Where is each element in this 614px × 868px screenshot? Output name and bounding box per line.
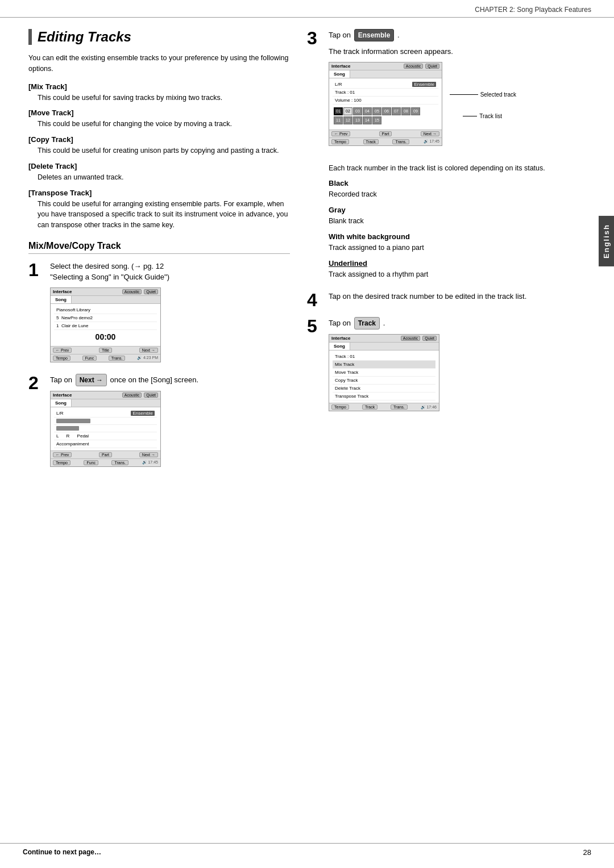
annotation-line-2	[463, 116, 477, 116]
track-btn-4[interactable]: Track	[362, 404, 377, 410]
accompaniment-label: Accompaniment	[56, 441, 89, 446]
part-btn-2[interactable]: Part	[99, 452, 112, 457]
device-bottom-1: Tempo Func Trans. 🔊 4:23 PM	[51, 354, 160, 362]
next-btn-2[interactable]: Next →	[139, 452, 158, 457]
subsection-mix-track-body: This could be useful for saving tracks b…	[38, 93, 290, 103]
track-btn-inline: Track	[354, 317, 380, 329]
prev-btn-3[interactable]: ← Prev	[331, 131, 350, 136]
track-cell-08[interactable]: 08	[401, 107, 410, 115]
trans-btn-2[interactable]: Trans.	[111, 460, 128, 465]
step-3-note: The track information screen appears.	[329, 46, 569, 57]
step-2-number: 2	[28, 374, 44, 392]
acoustics-btn-2[interactable]: Acoustic	[122, 393, 142, 398]
tempo-btn-4[interactable]: Tempo	[331, 404, 349, 410]
step-4: 4 Tap on the desired track number to be …	[307, 291, 569, 309]
list-item-library[interactable]: Pianosoft Library	[54, 306, 157, 314]
part-l-bar	[56, 419, 90, 423]
track-cell-12[interactable]: 12	[343, 116, 352, 124]
color-black-title: Black	[329, 179, 569, 187]
prev-btn-1[interactable]: ← Prev	[53, 348, 72, 353]
quiet-btn[interactable]: Quiet	[144, 289, 158, 294]
subsection-copy-track-body: This could be useful for creating unison…	[38, 145, 290, 156]
acoustics-btn-4[interactable]: Acoustic	[401, 336, 420, 341]
track-cell-15[interactable]: 15	[372, 116, 381, 124]
device-screen-3: Interface Acoustic Quiet Song L/R	[329, 62, 442, 146]
device-bottom-4: Tempo Track Trans. 🔊 17:46	[329, 403, 439, 411]
next-btn-1[interactable]: Next →	[139, 348, 158, 353]
song-tab[interactable]: Song	[51, 296, 72, 303]
track-cell-11[interactable]: 11	[334, 116, 343, 124]
step-2-text: Tap on Next → once on the [Song] screen.	[50, 374, 290, 386]
selected-track-label: Selected track	[480, 91, 516, 98]
track-cell-05[interactable]: 05	[372, 107, 381, 115]
acoustics-btn-3[interactable]: Acoustic	[404, 64, 423, 69]
title-btn-1[interactable]: Title	[99, 348, 112, 353]
track-grid-row2: 11 12 13 14 15	[334, 116, 437, 124]
step-5-content: Tap on Track . Interface Acoustic Quiet …	[329, 317, 569, 411]
part-btn-3[interactable]: Part	[379, 131, 392, 136]
device-body-2: L/R Ensemble L R Pedal	[51, 407, 160, 450]
track-number-label: Track : 01	[335, 90, 355, 95]
quiet-btn-3[interactable]: Quiet	[425, 64, 439, 69]
track-cell-04[interactable]: 04	[363, 107, 372, 115]
song-tab-4[interactable]: Song	[329, 343, 350, 350]
subsection-delete-track-title: Delete Track	[28, 162, 290, 170]
acoustics-btn[interactable]: Acoustic	[122, 289, 142, 294]
ensemble-highlight-3: Ensemble	[412, 82, 436, 87]
tempo-btn-2[interactable]: Tempo	[53, 460, 70, 465]
tempo-btn-3[interactable]: Tempo	[331, 139, 349, 144]
step-5: 5 Tap on Track . Interface Acoustic Quie…	[307, 317, 569, 411]
song-tab-2[interactable]: Song	[51, 399, 72, 407]
step-4-text: Tap on the desired track number to be ed…	[329, 291, 569, 302]
list-item-clair[interactable]: 1 Clair de Lune	[54, 322, 157, 330]
list-item-newpro[interactable]: 5 NewPro demo2	[54, 314, 157, 322]
subsection-delete-track-body: Deletes an unwanted track.	[38, 172, 290, 183]
device-bottom-2: Tempo Func Trans. 🔊 17:45	[51, 458, 160, 466]
song-tab-3[interactable]: Song	[329, 70, 350, 78]
device-tabs-3: Song	[329, 70, 442, 78]
track-cell-07[interactable]: 07	[392, 107, 401, 115]
time-display-1: 00:00	[54, 330, 157, 344]
trans-btn-3[interactable]: Trans.	[392, 139, 409, 144]
device-body-1: Pianosoft Library 5 NewPro demo2 1 Clair…	[51, 304, 160, 346]
delete-track-item[interactable]: Delete Track	[333, 385, 435, 393]
step-2-content: Tap on Next → once on the [Song] screen.…	[50, 374, 290, 470]
track-cell-09[interactable]: 09	[411, 107, 420, 115]
time-icons-1: 🔊 4:23 PM	[137, 356, 158, 360]
trans-btn-4[interactable]: Trans.	[391, 404, 408, 410]
tempo-btn-1[interactable]: Tempo	[53, 356, 70, 361]
track-cell-01[interactable]: 01	[334, 107, 343, 115]
color-gray-title: Gray	[329, 206, 569, 214]
func-btn-2[interactable]: Func	[84, 460, 98, 465]
track-cell-06[interactable]: 06	[382, 107, 391, 115]
track-info-row: Track : 01	[333, 89, 438, 97]
time-icons-4: 🔊 17:46	[421, 405, 437, 410]
mix-track-item[interactable]: Mix Track	[333, 361, 435, 369]
track-btn-3[interactable]: Track	[363, 139, 379, 144]
track-cell-02[interactable]: 02	[343, 107, 352, 115]
next-btn-3[interactable]: Next →	[421, 131, 439, 136]
prev-btn-2[interactable]: ← Prev	[53, 452, 72, 457]
track-cell-13[interactable]: 13	[353, 116, 362, 124]
track-list-annotation: Track list	[463, 113, 502, 119]
device-footer-1: ← Prev Title Next →	[51, 346, 160, 354]
part-row-pedal: L R Pedal	[54, 432, 157, 440]
ensemble-highlight: Ensemble	[131, 411, 155, 416]
device-title-1: Interface	[53, 289, 72, 294]
quiet-btn-2[interactable]: Quiet	[144, 393, 158, 398]
quiet-btn-4[interactable]: Quiet	[422, 336, 437, 341]
step-3-number: 3	[307, 29, 323, 47]
device-titlebar-4: Interface Acoustic Quiet	[329, 335, 439, 343]
transpose-track-item[interactable]: Transpose Track	[333, 393, 435, 400]
track-grid-container: 01 02 03 04 05 06 07 08 09	[333, 105, 438, 127]
move-track-item[interactable]: Move Track	[333, 369, 435, 377]
trans-btn-1[interactable]: Trans.	[109, 356, 126, 361]
volume-label: Volume : 100	[335, 98, 362, 103]
func-btn-1[interactable]: Func	[82, 356, 97, 361]
copy-track-item[interactable]: Copy Track	[333, 377, 435, 385]
device-tabs-4: Song	[329, 343, 439, 350]
page-header: CHAPTER 2: Song Playback Features	[0, 0, 614, 18]
track-cell-14[interactable]: 14	[363, 116, 372, 124]
device-bottom-3: Tempo Track Trans. 🔊 17:45	[329, 137, 442, 145]
track-cell-03[interactable]: 03	[353, 107, 362, 115]
